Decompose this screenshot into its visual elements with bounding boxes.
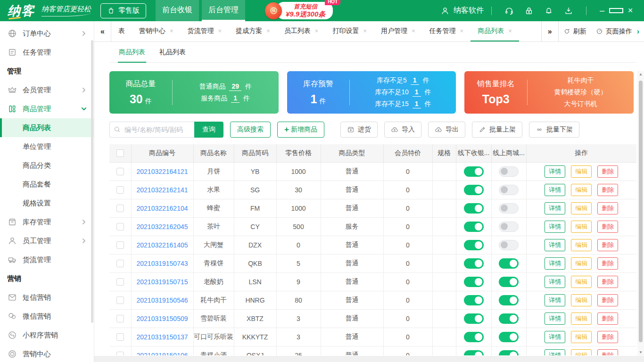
online-store-toggle[interactable] xyxy=(499,166,519,177)
row-checkbox[interactable] xyxy=(116,241,124,249)
edit-button[interactable]: 编辑 xyxy=(571,276,592,288)
tabs-scroll-left[interactable]: « xyxy=(94,21,111,41)
open-tab[interactable]: 提成方案× xyxy=(229,21,277,41)
edit-button[interactable]: 编辑 xyxy=(571,257,592,270)
sidebar-subitem[interactable]: 商品套餐 xyxy=(0,175,94,194)
offline-pos-toggle[interactable] xyxy=(464,203,484,214)
row-checkbox[interactable] xyxy=(116,333,124,341)
sidebar-subitem[interactable]: 商品分类 xyxy=(0,156,94,175)
edit-button[interactable]: 编辑 xyxy=(571,239,592,251)
detail-button[interactable]: 详情 xyxy=(545,184,565,196)
sidebar-item[interactable]: 微信营销 xyxy=(0,307,94,326)
detail-button[interactable]: 详情 xyxy=(545,221,565,233)
edit-button[interactable]: 编辑 xyxy=(571,294,592,306)
online-store-toggle[interactable] xyxy=(499,313,519,324)
purchase-button[interactable]: 进货 xyxy=(340,122,378,138)
topnav-tab[interactable]: 前台收银 xyxy=(156,0,199,21)
online-store-toggle[interactable] xyxy=(499,332,519,342)
sidebar-item[interactable]: 库存管理 xyxy=(0,213,94,231)
edit-button[interactable]: 编辑 xyxy=(571,221,592,233)
scroll-down-arrow[interactable]: ▼ xyxy=(639,351,643,354)
delete-button[interactable]: 删除 xyxy=(597,165,618,178)
product-id-link[interactable]: 20210322162045 xyxy=(136,223,188,230)
import-button[interactable]: 导入 xyxy=(384,122,421,138)
close-tab-icon[interactable]: × xyxy=(315,27,319,34)
product-id-link[interactable]: 20210319150546 xyxy=(136,296,188,304)
close-tab-icon[interactable]: × xyxy=(218,27,222,34)
sidebar-subitem[interactable]: 商品列表 xyxy=(0,118,94,137)
online-store-toggle[interactable] xyxy=(499,295,519,305)
batch-on-shelf-button[interactable]: 批量上架 xyxy=(472,122,522,138)
row-checkbox[interactable] xyxy=(116,278,124,286)
delete-button[interactable]: 删除 xyxy=(597,257,618,270)
download-icon[interactable] xyxy=(564,6,573,16)
maximize-button[interactable] xyxy=(609,6,623,16)
detail-button[interactable]: 详情 xyxy=(545,313,565,325)
user-account[interactable]: 纳客软件 xyxy=(440,6,484,16)
advanced-search-button[interactable]: 高级搜索 xyxy=(230,122,271,138)
select-all-checkbox[interactable] xyxy=(116,149,124,157)
product-id-link[interactable]: 20210322161405 xyxy=(136,241,188,249)
close-tab-icon[interactable]: × xyxy=(460,27,464,34)
lock-icon[interactable] xyxy=(524,6,534,16)
edit-button[interactable]: 编辑 xyxy=(571,349,592,356)
scrollbar-thumb[interactable] xyxy=(639,81,643,342)
add-goods-button[interactable]: +新增商品 xyxy=(277,122,324,138)
close-tab-icon[interactable]: × xyxy=(508,27,512,34)
page-actions-chevron[interactable]: › xyxy=(637,27,639,36)
delete-button[interactable]: 删除 xyxy=(597,349,618,356)
scroll-up-arrow[interactable]: ▲ xyxy=(639,73,643,76)
detail-button[interactable]: 详情 xyxy=(545,276,565,288)
close-tab-icon[interactable]: × xyxy=(266,27,270,34)
open-tab[interactable]: 用户管理× xyxy=(374,21,422,41)
detail-button[interactable]: 详情 xyxy=(545,257,565,270)
horizontal-scrollbar[interactable] xyxy=(94,356,644,362)
batch-off-shelf-button[interactable]: 批量下架 xyxy=(529,122,579,138)
detail-button[interactable]: 详情 xyxy=(545,331,565,343)
sidebar-item[interactable]: 货流管理 xyxy=(0,250,94,269)
row-checkbox[interactable] xyxy=(116,315,124,322)
sidebar-item[interactable]: 商品管理 xyxy=(0,99,94,118)
topnav-tab[interactable]: 后台管理 xyxy=(202,0,245,21)
detail-button[interactable]: 详情 xyxy=(545,202,565,214)
sidebar-subitem[interactable]: 规格设置 xyxy=(0,194,94,213)
product-id-link[interactable]: 20210319150106 xyxy=(136,352,188,356)
open-tab[interactable]: 表 xyxy=(111,21,132,41)
delete-button[interactable]: 删除 xyxy=(597,184,618,196)
product-id-link[interactable]: 20210319150137 xyxy=(136,333,188,341)
online-store-toggle[interactable] xyxy=(499,222,519,232)
offline-pos-toggle[interactable] xyxy=(464,166,484,177)
online-store-toggle[interactable] xyxy=(499,240,519,250)
online-store-toggle[interactable] xyxy=(499,185,519,195)
online-store-toggle[interactable] xyxy=(499,350,519,356)
sidebar-scrollbar[interactable] xyxy=(91,40,93,323)
open-tab[interactable]: 营销中心× xyxy=(132,21,181,41)
sidebar-item[interactable]: 营销中心 xyxy=(0,345,94,362)
search-input[interactable] xyxy=(109,122,194,138)
edit-button[interactable]: 编辑 xyxy=(571,202,592,214)
product-id-link[interactable]: 20210322164121 xyxy=(136,168,188,175)
tabs-scroll-right[interactable]: » xyxy=(541,21,558,41)
close-button[interactable]: × xyxy=(623,6,637,16)
detail-button[interactable]: 详情 xyxy=(545,294,565,306)
product-id-link[interactable]: 20210319150715 xyxy=(136,278,188,286)
offline-pos-toggle[interactable] xyxy=(464,295,484,305)
open-tab[interactable]: 打印设置× xyxy=(325,21,374,41)
offline-pos-toggle[interactable] xyxy=(464,332,484,342)
delete-button[interactable]: 删除 xyxy=(597,221,618,233)
minimize-button[interactable]: – xyxy=(595,6,609,16)
close-tab-icon[interactable]: × xyxy=(412,27,415,34)
row-checkbox[interactable] xyxy=(116,260,124,267)
row-checkbox[interactable] xyxy=(116,352,124,355)
sidebar-item[interactable]: 会员管理 xyxy=(0,81,94,99)
close-tab-icon[interactable]: × xyxy=(170,27,173,34)
vertical-scrollbar[interactable]: ▲ ▼ xyxy=(637,71,644,356)
delete-button[interactable]: 删除 xyxy=(597,331,618,343)
offline-pos-toggle[interactable] xyxy=(464,222,484,232)
detail-button[interactable]: 详情 xyxy=(545,349,565,356)
refresh-button[interactable]: 刷新 xyxy=(558,21,591,41)
sidebar-item[interactable]: 任务管理 xyxy=(0,43,94,62)
offline-pos-toggle[interactable] xyxy=(464,313,484,324)
sidebar-subitem[interactable]: 单位管理 xyxy=(0,137,94,156)
edit-button[interactable]: 编辑 xyxy=(571,331,592,343)
